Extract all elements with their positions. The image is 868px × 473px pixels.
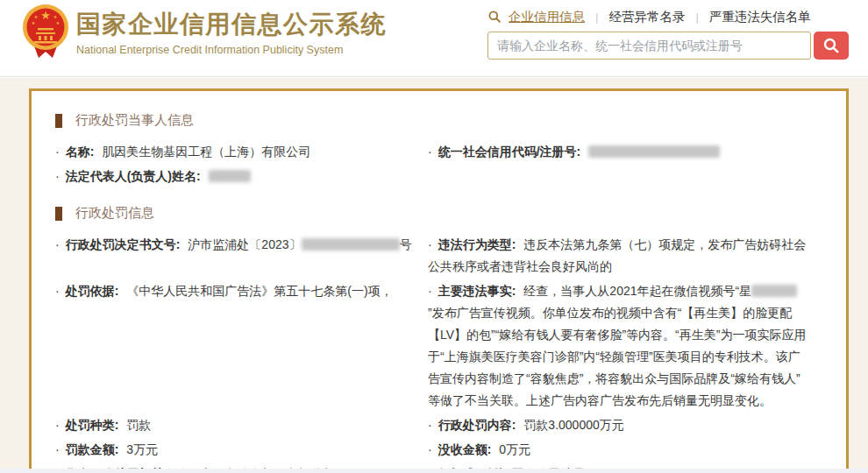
nav-link-serious-violations-list[interactable]: 严重违法失信名单	[709, 9, 811, 25]
svg-text:★: ★	[53, 14, 58, 19]
bullet: ·	[55, 442, 60, 456]
section-marker	[55, 207, 62, 221]
bullet: ·	[428, 145, 432, 159]
field-fine-amount: ·罚款金额:3万元	[55, 439, 428, 461]
field-uscc: ·统一社会信用代码/注册号:	[428, 141, 823, 163]
field-value-redacted	[209, 169, 251, 183]
field-label: 违法行为类型:	[438, 237, 516, 251]
penalty-detail-panel: 行政处罚当事人信息 ·名称:肌因美生物基因工程（上海）有限公司 ·统一社会信用代…	[29, 88, 849, 473]
site-title: 国家企业信用信息公示系统	[76, 8, 387, 41]
bullet: ·	[55, 284, 60, 298]
bullet: ·	[55, 145, 60, 159]
field-penalty-type: ·处罚种类:罚款	[55, 414, 428, 436]
field-value: 罚款3.000000万元	[523, 418, 623, 432]
redacted-value	[751, 285, 797, 297]
section-marker	[55, 114, 62, 128]
facts-text-part2: ”发布广告宣传视频。你单位发布的视频中含有“【再生美】的脸更配【LV】的包”“嫁…	[428, 306, 806, 407]
svg-text:★: ★	[40, 9, 51, 22]
field-label: 统一社会信用代码/注册号:	[438, 145, 581, 159]
field-legal-rep: ·法定代表人(负责人)姓名:	[55, 166, 428, 187]
section-title: 行政处罚当事人信息	[75, 112, 194, 129]
bullet: ·	[55, 237, 60, 251]
svg-text:★: ★	[32, 20, 36, 25]
field-label: 名称:	[66, 145, 95, 159]
field-label: 行政处罚决定书文号:	[66, 237, 181, 251]
redacted-value	[302, 238, 400, 251]
field-label: 主要违法事实:	[438, 284, 516, 298]
brand-text: 国家企业信用信息公示系统 National Enterprise Credit …	[76, 4, 387, 56]
magnifier-icon	[822, 37, 840, 54]
field-value: 沪市监浦处〔2023〕号	[188, 237, 411, 251]
field-label: 处罚种类:	[66, 418, 119, 432]
doc-no-suffix: 号	[400, 237, 412, 251]
brand: ★ ★ ★ ★ ★ 国家企业信用信息公示系统 National Enterpri…	[21, 4, 387, 60]
redacted-value	[209, 170, 251, 182]
search-button[interactable]	[814, 32, 849, 60]
field-label: 罚款金额:	[66, 442, 119, 456]
svg-text:★: ★	[34, 14, 39, 19]
nav-separator: |	[695, 11, 698, 24]
header-right: 企业信用信息 | 经营异常名录 | 严重违法失信名单	[487, 8, 849, 60]
nav-separator: |	[595, 11, 598, 24]
field-label: 行政处罚内容:	[438, 418, 516, 432]
field-label: 没收金额:	[438, 442, 492, 456]
doc-no-prefix: 沪市监浦处〔2023〕	[188, 237, 301, 251]
bottom-strip	[0, 469, 868, 473]
svg-text:★: ★	[56, 20, 60, 25]
bullet: ·	[428, 237, 432, 251]
field-name: ·名称:肌因美生物基因工程（上海）有限公司	[55, 141, 428, 163]
search-input[interactable]	[487, 32, 811, 60]
bullet: ·	[55, 169, 60, 183]
penalty-fields: ·行政处罚决定书文号:沪市监浦处〔2023〕号 ·违法行为类型:违反本法第九条第…	[55, 234, 823, 473]
field-penalty-content: ·行政处罚内容:罚款3.000000万元	[428, 414, 823, 436]
bullet: ·	[428, 418, 432, 432]
field-decision-doc-no: ·行政处罚决定书文号:沪市监浦处〔2023〕号	[55, 234, 428, 278]
facts-text-part1: 经查，当事人从2021年起在微信视频号“星	[523, 284, 751, 298]
bullet: ·	[428, 284, 432, 298]
field-value: 经查，当事人从2021年起在微信视频号“星”发布广告宣传视频。你单位发布的视频中…	[428, 284, 806, 407]
field-value-redacted	[588, 145, 720, 159]
national-emblem-logo: ★ ★ ★ ★ ★	[21, 4, 70, 60]
field-violation-type: ·违法行为类型:违反本法第九条第（七）项规定，发布广告妨碍社会公共秩序或者违背社…	[428, 234, 823, 278]
site-subtitle: National Enterprise Credit Information P…	[76, 44, 387, 56]
field-value: 3万元	[126, 442, 158, 456]
redacted-value	[588, 145, 720, 158]
field-main-illegal-facts: ·主要违法事实:经查，当事人从2021年起在微信视频号“星”发布广告宣传视频。你…	[428, 280, 823, 412]
field-penalty-basis: ·处罚依据:《中华人民共和国广告法》第五十七条第(一)项，	[55, 280, 428, 412]
section-party-info: 行政处罚当事人信息	[55, 112, 823, 129]
empty-cell	[428, 166, 823, 187]
party-fields: ·名称:肌因美生物基因工程（上海）有限公司 ·统一社会信用代码/注册号: ·法定…	[55, 141, 823, 187]
search-icon	[487, 10, 502, 24]
search-bar	[487, 32, 849, 60]
site-header: ★ ★ ★ ★ ★ 国家企业信用信息公示系统 National Enterpri…	[0, 0, 868, 77]
field-value: 0万元	[499, 442, 530, 456]
bullet: ·	[55, 418, 60, 432]
quick-nav: 企业信用信息 | 经营异常名录 | 严重违法失信名单	[487, 8, 849, 25]
field-value: 罚款	[126, 418, 151, 432]
field-value: 肌因美生物基因工程（上海）有限公司	[102, 145, 310, 159]
nav-link-abnormal-operations-list[interactable]: 经营异常名录	[608, 9, 685, 25]
nav-link-enterprise-credit-info[interactable]: 企业信用信息	[509, 9, 585, 25]
field-confiscation-amount: ·没收金额:0万元	[428, 439, 823, 461]
field-value: 《中华人民共和国广告法》第五十七条第(一)项，	[126, 284, 392, 298]
section-penalty-info: 行政处罚信息	[55, 205, 823, 222]
content-area: 行政处罚当事人信息 ·名称:肌因美生物基因工程（上海）有限公司 ·统一社会信用代…	[0, 78, 868, 469]
field-label: 法定代表人(负责人)姓名:	[66, 169, 201, 183]
bullet: ·	[428, 442, 432, 456]
section-title: 行政处罚信息	[75, 205, 154, 222]
field-label: 处罚依据:	[66, 284, 119, 298]
